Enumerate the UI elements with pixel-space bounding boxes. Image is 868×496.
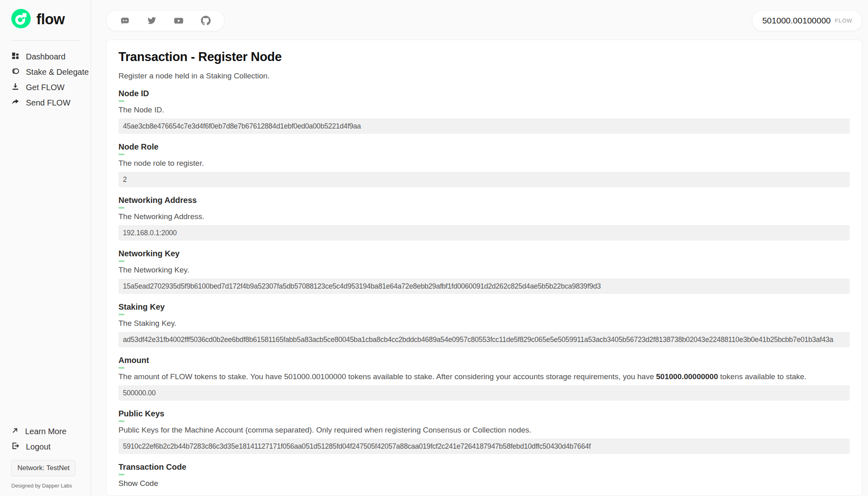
field-networking-key: Networking Key The Networking Key. [118,249,850,294]
field-transaction-code: Transaction Code Show Code [118,462,850,488]
field-description: The Node ID. [118,106,850,114]
field-label: Node Role [118,142,850,152]
discord-icon[interactable] [120,16,130,25]
dashboard-grid-icon [11,52,19,62]
sidebar-item-dashboard[interactable]: Dashboard [11,49,81,64]
sidebar-item-logout[interactable]: Logout [11,439,81,454]
field-label: Networking Address [118,196,850,205]
networking-key-input[interactable] [118,279,850,294]
label-underline [118,367,125,369]
sidebar-item-label: Dashboard [26,52,65,61]
balance-unit: FLOW [835,17,852,24]
topbar: 501000.00100000 FLOW [106,10,862,31]
field-description: The Networking Key. [118,266,850,274]
sidebar-item-label: Stake & Delegate [26,68,89,77]
field-networking-address: Networking Address The Networking Addres… [118,196,850,241]
field-label: Public Keys [118,409,850,418]
field-label: Networking Key [118,249,850,258]
field-description: The node role to register. [118,159,850,168]
transaction-card: Transaction - Register Node Register a n… [106,40,862,496]
sidebar-item-stake-delegate[interactable]: Stake & Delegate [11,64,81,80]
sidebar-item-get-flow[interactable]: Get FLOW [11,80,81,95]
sidebar-item-label: Logout [26,442,51,452]
credit-text: Designed by Dapper Labs [11,483,81,489]
node-role-input[interactable] [118,172,850,187]
field-label: Transaction Code [118,462,850,472]
sidebar-divider [11,40,81,41]
show-code-link[interactable]: Show Code [118,479,158,488]
download-icon [11,82,19,93]
logout-icon [11,442,19,452]
send-arrow-icon [11,98,19,108]
label-underline [118,260,125,262]
flow-logo-icon [11,9,31,30]
label-underline [118,474,125,475]
twitter-icon[interactable] [147,16,156,25]
field-label: Amount [118,356,850,365]
field-description: Public Keys for the Machine Account (com… [118,426,850,435]
page-title: Transaction - Register Node [118,50,850,64]
brand-wordmark: flow [36,11,65,28]
staking-key-input[interactable] [118,332,850,347]
node-id-input[interactable] [118,118,850,134]
field-description: The Networking Address. [118,212,850,221]
sidebar-item-send-flow[interactable]: Send FLOW [11,95,81,110]
sidebar-footer: Learn More Logout Network: TestNet Desig… [11,424,81,489]
sidebar-item-learn-more[interactable]: Learn More [11,424,81,439]
app-root: flow Dashboard [0,0,868,496]
amount-input[interactable] [118,385,850,401]
balance-amount: 501000.00100000 [762,16,830,25]
field-staking-key: Staking Key The Staking Key. [118,302,850,347]
label-underline [118,100,125,102]
stake-circles-icon [11,67,19,77]
label-underline [118,207,125,209]
label-underline [118,314,125,315]
field-node-id: Node ID The Node ID. [118,89,850,134]
label-underline [118,154,125,155]
main-area: 501000.00100000 FLOW Transaction - Regis… [91,0,868,496]
field-amount: Amount The amount of FLOW tokens to stak… [118,356,850,401]
field-description: The amount of FLOW tokens to stake. You … [118,372,850,381]
sidebar: flow Dashboard [0,0,91,496]
label-underline [118,420,125,422]
field-description: The Staking Key. [118,319,850,328]
sidebar-nav: Dashboard Stake & Delegate [11,49,81,110]
flow-brand[interactable]: flow [11,9,81,30]
account-balance-pill[interactable]: 501000.00100000 FLOW [752,10,862,31]
page-subtitle: Register a node held in a Staking Collec… [118,72,850,80]
external-link-icon [11,427,19,436]
field-label: Node ID [118,89,850,98]
networking-address-input[interactable] [118,225,850,241]
sidebar-item-label: Send FLOW [26,98,70,108]
network-badge: Network: TestNet [11,460,76,476]
field-public-keys: Public Keys Public Keys for the Machine … [118,409,850,454]
sidebar-item-label: Learn More [25,427,66,436]
field-label: Staking Key [118,302,850,312]
public-keys-input[interactable] [118,439,850,454]
sidebar-item-label: Get FLOW [26,83,65,92]
github-icon[interactable] [201,16,211,25]
field-node-role: Node Role The node role to register. [118,142,850,187]
available-amount-bold: 501000.00000000 [656,372,718,381]
social-links-pill [106,10,225,31]
youtube-icon[interactable] [173,15,184,26]
